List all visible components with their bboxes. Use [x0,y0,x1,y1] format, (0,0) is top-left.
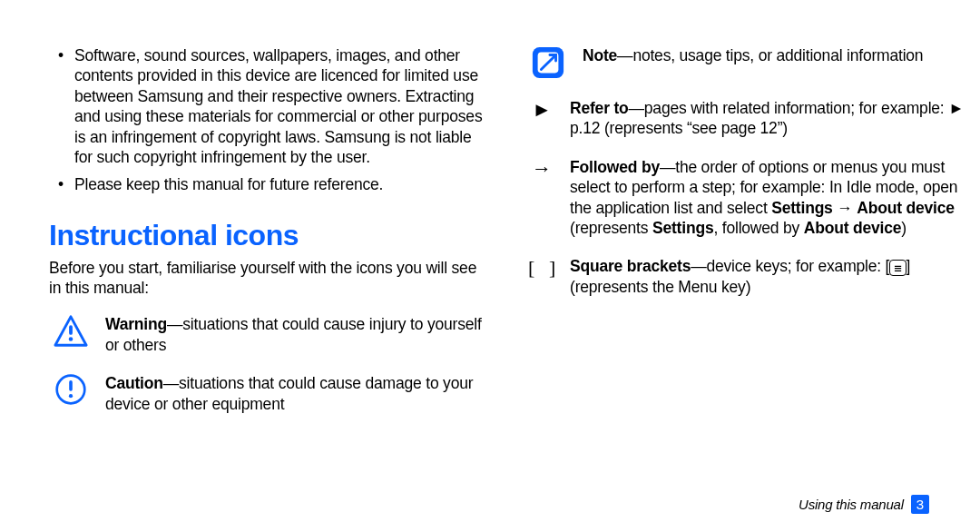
list-item: Please keep this manual for future refer… [49,174,488,194]
followed-row: → Followed by—the order of options or me… [526,157,965,239]
warning-text: Warning—situations that could cause inju… [105,314,488,355]
section-heading: Instructional icons [49,217,488,254]
right-column: Note—notes, usage tips, or additional in… [526,45,965,315]
page-number: 3 [911,495,929,514]
svg-rect-1 [69,326,73,335]
bullet-list: Software, sound sources, wallpapers, ima… [49,45,488,195]
warning-icon [49,314,93,349]
menu-key-icon: ≡ [889,260,906,276]
caution-row: Caution—situations that could cause dama… [49,373,488,414]
note-row: Note—notes, usage tips, or additional in… [526,45,965,80]
brackets-icon: [ ] [526,256,557,280]
followed-text: Followed by—the order of options or menu… [570,157,965,239]
svg-point-5 [69,394,73,398]
footer-section: Using this manual [799,496,904,513]
list-item: Software, sound sources, wallpapers, ima… [49,45,488,167]
warning-row: Warning—situations that could cause inju… [49,314,488,355]
left-column: Software, sound sources, wallpapers, ima… [49,45,488,432]
intro-text: Before you start, familiarise yourself w… [49,258,488,299]
note-icon [526,45,570,80]
svg-point-2 [69,338,74,342]
caution-icon [49,373,93,406]
square-brackets-text: Square brackets—device keys; for example… [570,256,965,297]
refer-text: Refer to—pages with related information;… [570,98,965,139]
arrow-icon: → [526,157,557,181]
square-brackets-row: [ ] Square brackets—device keys; for exa… [526,256,965,297]
note-text: Note—notes, usage tips, or additional in… [583,45,965,65]
page-footer: Using this manual 3 [799,495,929,514]
refer-row: ► Refer to—pages with related informatio… [526,98,965,139]
svg-rect-4 [69,380,73,391]
caution-text: Caution—situations that could cause dama… [105,373,488,414]
refer-icon: ► [526,98,557,122]
